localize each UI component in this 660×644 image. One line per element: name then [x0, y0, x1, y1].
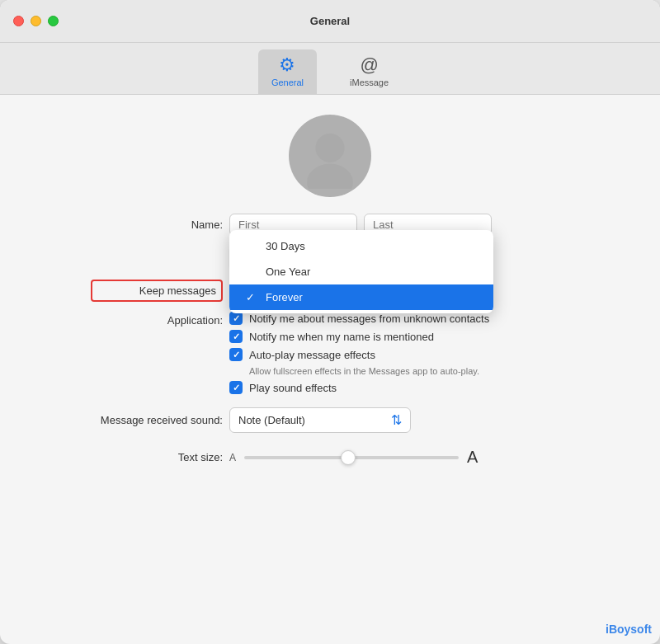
keep-messages-label: Keep messages	[91, 280, 223, 302]
dropdown-item-oneyear[interactable]: One Year	[229, 259, 493, 284]
checkbox-autoplay-label: Auto-play message effects	[249, 349, 375, 361]
application-checkboxes: Notify me about messages from unknown co…	[229, 312, 489, 394]
sound-label: Message received sound:	[91, 414, 223, 426]
svg-point-1	[307, 164, 353, 189]
checkbox-unknown-contacts[interactable]	[229, 312, 243, 325]
avatar-container	[289, 115, 371, 197]
dropdown-item-30days[interactable]: 30 Days	[229, 233, 493, 259]
sound-row: Message received sound: Note (Default) ⇅	[91, 407, 569, 433]
tab-general-label: General	[271, 78, 304, 87]
text-size-row: Text size: A A	[91, 448, 569, 467]
window-title: General	[310, 15, 350, 27]
svg-point-0	[315, 134, 344, 162]
avatar-icon	[297, 123, 363, 189]
check-icon-forever: ✓	[246, 291, 259, 303]
gear-icon: ⚙	[279, 54, 295, 76]
dropdown-label-forever: Forever	[266, 291, 303, 303]
main-content: Name: Set up Name and Photo Sharing... K…	[0, 95, 660, 644]
toolbar: ⚙ General @ iMessage	[0, 43, 660, 95]
tab-general[interactable]: ⚙ General	[258, 49, 317, 94]
checkbox-autoplay-row: Auto-play message effects	[229, 348, 489, 361]
chevron-updown-icon: ⇅	[391, 412, 402, 428]
checkbox-sound-effects-row: Play sound effects	[229, 381, 489, 394]
checkbox-name-mentioned-row: Notify me when my name is mentioned	[229, 330, 489, 343]
checkbox-unknown-contacts-row: Notify me about messages from unknown co…	[229, 312, 489, 325]
text-size-label: Text size:	[91, 451, 223, 463]
tab-imessage[interactable]: @ iMessage	[337, 49, 402, 94]
avatar[interactable]	[289, 115, 371, 197]
keep-messages-dropdown[interactable]: 30 Days One Year ✓ Forever	[229, 230, 493, 313]
dropdown-label-30days: 30 Days	[266, 240, 305, 252]
minimize-button[interactable]	[31, 16, 41, 26]
application-label: Application:	[91, 312, 223, 327]
text-size-slider-track[interactable]	[244, 456, 459, 459]
sound-value: Note (Default)	[238, 414, 305, 426]
maximize-button[interactable]	[48, 16, 59, 26]
watermark: iBoysoft	[606, 623, 652, 636]
checkbox-name-mentioned-label: Notify me when my name is mentioned	[249, 331, 434, 343]
titlebar: General	[0, 0, 660, 43]
name-label: Name:	[91, 219, 223, 231]
text-size-large-a: A	[467, 448, 478, 467]
keep-messages-row: Keep messages 30 Days One Year ✓ Forever	[91, 280, 569, 302]
text-size-small-a: A	[229, 452, 236, 463]
checkbox-sound-effects-label: Play sound effects	[249, 382, 337, 394]
application-row: Application: Notify me about messages fr…	[91, 312, 569, 394]
text-size-slider-thumb[interactable]	[341, 450, 356, 465]
close-button[interactable]	[13, 16, 24, 26]
checkbox-unknown-contacts-label: Notify me about messages from unknown co…	[249, 313, 489, 325]
sound-select[interactable]: Note (Default) ⇅	[229, 407, 411, 433]
checkbox-sound-effects[interactable]	[229, 381, 243, 394]
dropdown-label-oneyear: One Year	[266, 266, 310, 278]
checkbox-name-mentioned[interactable]	[229, 330, 243, 343]
checkbox-autoplay[interactable]	[229, 348, 243, 361]
dropdown-item-forever[interactable]: ✓ Forever	[229, 284, 493, 310]
at-icon: @	[360, 54, 378, 76]
tab-imessage-label: iMessage	[350, 78, 389, 87]
text-size-controls: A A	[229, 448, 478, 467]
preferences-window: General ⚙ General @ iMessage Name:	[0, 0, 660, 644]
autoplay-hint: Allow fullscreen effects in the Messages…	[249, 366, 489, 376]
traffic-lights	[13, 16, 59, 26]
